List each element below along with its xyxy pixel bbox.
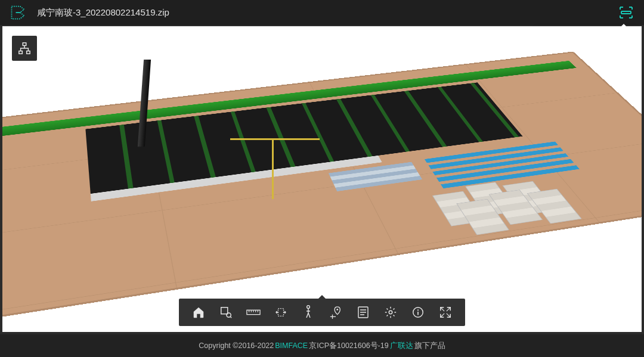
svg-rect-82 [278, 309, 283, 316]
home-button[interactable] [185, 302, 212, 322]
properties-button[interactable] [349, 302, 377, 322]
walk-button[interactable] [295, 302, 322, 322]
frame-select-button[interactable] [212, 302, 240, 322]
qr-scan-button[interactable] [618, 4, 634, 21]
svg-rect-77 [19, 51, 22, 54]
model-viewport[interactable] [2, 26, 642, 332]
fullscreen-button[interactable] [432, 302, 459, 322]
svg-point-83 [307, 306, 310, 309]
toolbar-drag-handle[interactable] [318, 295, 326, 299]
svg-point-84 [336, 309, 338, 311]
svg-point-88 [417, 309, 419, 311]
app-footer: Copyright ©2016-2022 BIMFACE 京ICP备100216… [0, 334, 644, 357]
company-link[interactable]: 广联达 [390, 341, 413, 351]
measure-button[interactable] [240, 302, 267, 322]
crane-icon [272, 139, 274, 199]
svg-rect-0 [621, 11, 631, 14]
section-button[interactable] [267, 302, 295, 322]
app-logo-icon [10, 4, 26, 21]
svg-rect-76 [23, 43, 26, 46]
app-header: 咸宁南玻-3_20220802214519.zip [0, 0, 644, 25]
info-button[interactable] [404, 302, 432, 322]
settings-button[interactable] [377, 302, 404, 322]
file-title: 咸宁南玻-3_20220802214519.zip [37, 7, 618, 18]
svg-rect-79 [221, 308, 228, 314]
location-button[interactable] [322, 302, 349, 322]
footer-suffix: 旗下产品 [414, 341, 445, 351]
brand-link[interactable]: BIMFACE [275, 342, 308, 350]
structure-tree-button[interactable] [12, 36, 37, 61]
viewer-toolbar [179, 299, 465, 326]
svg-point-86 [389, 311, 392, 314]
ground-plane [2, 51, 642, 328]
scene-3d[interactable] [2, 26, 642, 332]
copyright-text: Copyright ©2016-2022 [199, 342, 274, 350]
icp-text: 京ICP备10021606号-19 [309, 341, 389, 351]
svg-point-80 [227, 313, 231, 317]
svg-rect-78 [27, 51, 30, 54]
